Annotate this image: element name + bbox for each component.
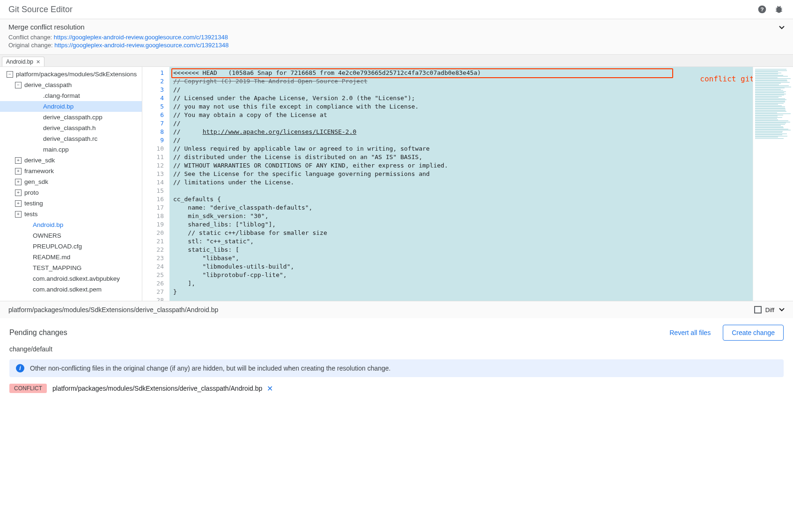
code-line[interactable]: // you may not use this file except in c… bbox=[169, 102, 753, 111]
file-tree[interactable]: −platform/packages/modules/SdkExtensions… bbox=[0, 67, 142, 301]
code-line[interactable]: <<<<<<< HEAD (1058a6 Snap for 7216685 fr… bbox=[169, 69, 753, 77]
code-line[interactable]: stl: "c++_static", bbox=[169, 237, 753, 246]
info-icon: i bbox=[16, 364, 24, 372]
line-number: 23 bbox=[142, 254, 164, 262]
code-line[interactable]: // bbox=[169, 136, 753, 145]
code-line[interactable]: // bbox=[169, 86, 753, 94]
tree-item[interactable]: −derive_classpath bbox=[0, 80, 142, 90]
code-editor[interactable]: 1234567891011121314151617181920212223242… bbox=[142, 67, 793, 301]
code-line[interactable]: } bbox=[169, 288, 753, 296]
bug-icon[interactable] bbox=[773, 4, 785, 15]
code-line[interactable]: // Copyright (C) 2019 The Android Open S… bbox=[169, 77, 753, 86]
code-line[interactable]: min_sdk_version: "30", bbox=[169, 212, 753, 220]
app-header: Git Source Editor ? bbox=[0, 0, 793, 19]
code-line[interactable]: // WITHOUT WARRANTIES OR CONDITIONS OF A… bbox=[169, 161, 753, 170]
create-change-button[interactable]: Create change bbox=[723, 325, 784, 341]
conflict-file-row: CONFLICT platform/packages/modules/SdkEx… bbox=[9, 384, 784, 393]
expand-icon[interactable]: + bbox=[15, 200, 22, 207]
code-line[interactable]: // Licensed under the Apache License, Ve… bbox=[169, 94, 753, 102]
line-number: 16 bbox=[142, 195, 164, 204]
tree-item[interactable]: .clang-format bbox=[0, 90, 142, 101]
tree-item[interactable]: main.cpp bbox=[0, 144, 142, 155]
tree-item[interactable]: OWNERS bbox=[0, 230, 142, 241]
tree-item-label: tests bbox=[24, 211, 38, 218]
tree-item-label: derive_classpath.rc bbox=[43, 135, 97, 142]
tree-item[interactable]: com.android.sdkext.pem bbox=[0, 284, 142, 295]
tree-item[interactable]: PREUPLOAD.cfg bbox=[0, 241, 142, 252]
expand-icon[interactable]: + bbox=[15, 189, 22, 196]
diff-label: Diff bbox=[765, 306, 774, 313]
tree-item-label: com.android.sdkext.avbpubkey bbox=[33, 275, 120, 282]
collapse-panel-icon[interactable] bbox=[779, 26, 785, 29]
code-line[interactable]: name: "derive_classpath-defaults", bbox=[169, 204, 753, 212]
conflict-change-row: Conflict change: https://googleplex-andr… bbox=[8, 34, 785, 41]
tree-item[interactable]: TEST_MAPPING bbox=[0, 262, 142, 273]
line-number: 9 bbox=[142, 136, 164, 145]
original-change-link[interactable]: https://googleplex-android-review.google… bbox=[54, 42, 228, 49]
tree-item[interactable]: derive_classpath.cpp bbox=[0, 112, 142, 123]
info-text: Other non-conflicting files in the origi… bbox=[30, 364, 390, 372]
conflict-change-link[interactable]: https://googleplex-android-review.google… bbox=[54, 34, 228, 41]
line-number: 22 bbox=[142, 246, 164, 254]
collapse-icon[interactable]: − bbox=[7, 71, 13, 78]
code-link[interactable]: http://www.apache.org/licenses/LICENSE-2… bbox=[203, 128, 357, 135]
expand-icon[interactable]: + bbox=[15, 157, 22, 164]
diff-dropdown-icon[interactable] bbox=[779, 308, 785, 312]
code-line[interactable]: shared_libs: ["liblog"], bbox=[169, 220, 753, 229]
tree-item-label: proto bbox=[24, 189, 39, 196]
expand-icon[interactable]: + bbox=[15, 168, 22, 175]
help-icon[interactable]: ? bbox=[756, 4, 768, 15]
status-bar: platform/packages/modules/SdkExtensions/… bbox=[0, 301, 793, 318]
code-line[interactable] bbox=[169, 187, 753, 195]
code-line[interactable]: // limitations under the License. bbox=[169, 178, 753, 187]
close-tab-icon[interactable]: ✕ bbox=[36, 59, 40, 65]
code-line[interactable]: "libbase", bbox=[169, 254, 753, 262]
code-area[interactable]: <<<<<<< HEAD (1058a6 Snap for 7216685 fr… bbox=[169, 67, 753, 301]
tree-item[interactable]: +proto bbox=[0, 187, 142, 198]
tree-item[interactable]: derive_classpath.rc bbox=[0, 133, 142, 144]
line-number: 21 bbox=[142, 237, 164, 246]
tree-item[interactable]: +derive_sdk bbox=[0, 155, 142, 166]
line-number: 15 bbox=[142, 187, 164, 195]
code-line[interactable]: // static c++/libbase for smaller size bbox=[169, 229, 753, 237]
tree-item[interactable]: +gen_sdk bbox=[0, 176, 142, 187]
tree-item[interactable]: −platform/packages/modules/SdkExtensions bbox=[0, 69, 142, 80]
code-line[interactable]: static_libs: [ bbox=[169, 246, 753, 254]
tree-item[interactable]: com.android.sdkext.avbpubkey bbox=[0, 273, 142, 284]
tree-item[interactable]: +testing bbox=[0, 198, 142, 209]
line-number: 3 bbox=[142, 86, 164, 94]
tree-item[interactable]: +framework bbox=[0, 166, 142, 176]
svg-text:?: ? bbox=[760, 6, 764, 12]
collapse-icon[interactable]: − bbox=[15, 82, 22, 88]
expand-icon[interactable]: + bbox=[15, 211, 22, 218]
code-line[interactable] bbox=[169, 296, 753, 301]
tree-item[interactable]: Android.bp bbox=[0, 101, 142, 112]
diff-checkbox[interactable] bbox=[754, 306, 762, 313]
tree-item[interactable]: Android.bp bbox=[0, 219, 142, 230]
code-line[interactable]: cc_defaults { bbox=[169, 195, 753, 204]
code-line[interactable]: // distributed under the License is dist… bbox=[169, 153, 753, 161]
tree-item-label: derive_classpath bbox=[24, 81, 72, 88]
remove-file-icon[interactable]: ✕ bbox=[267, 384, 273, 393]
tree-item-label: Android.bp bbox=[33, 221, 63, 228]
pending-changes-panel: Pending changes Revert all files Create … bbox=[0, 318, 793, 400]
code-line[interactable]: "libmodules-utils-build", bbox=[169, 262, 753, 271]
code-line[interactable]: // bbox=[169, 119, 753, 128]
code-line[interactable]: // See the License for the specific lang… bbox=[169, 170, 753, 178]
expand-icon[interactable]: + bbox=[15, 179, 22, 185]
revert-all-link[interactable]: Revert all files bbox=[669, 329, 711, 336]
line-gutter: 1234567891011121314151617181920212223242… bbox=[142, 67, 169, 301]
file-tab[interactable]: Android.bp ✕ bbox=[2, 57, 44, 66]
tree-item[interactable]: README.md bbox=[0, 252, 142, 262]
line-number: 2 bbox=[142, 77, 164, 86]
code-line[interactable]: // http://www.apache.org/licenses/LICENS… bbox=[169, 128, 753, 136]
tree-item[interactable]: derive_classpath.h bbox=[0, 123, 142, 133]
code-line[interactable]: // You may obtain a copy of the License … bbox=[169, 111, 753, 119]
code-line[interactable]: ], bbox=[169, 279, 753, 288]
minimap[interactable] bbox=[753, 67, 793, 301]
code-line[interactable]: // Unless required by applicable law or … bbox=[169, 145, 753, 153]
code-line[interactable]: "libprotobuf-cpp-lite", bbox=[169, 271, 753, 279]
tree-item[interactable]: +tests bbox=[0, 209, 142, 219]
tree-item-label: testing bbox=[24, 200, 43, 207]
line-number: 28 bbox=[142, 296, 164, 301]
